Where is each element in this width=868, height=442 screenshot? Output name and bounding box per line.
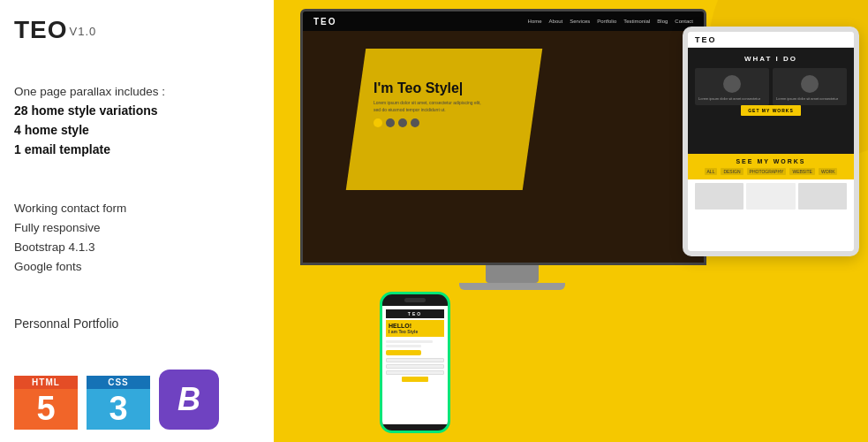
nav-testimonial: Testimonial bbox=[623, 19, 650, 24]
feature-1: Fully responsive bbox=[14, 218, 260, 238]
css3-badge: CSS 3 bbox=[87, 376, 150, 430]
html5-badge: HTML 5 bbox=[14, 376, 78, 430]
filter-design[interactable]: DESIGN bbox=[721, 168, 743, 175]
intro-text: One page parallax includes : bbox=[14, 85, 260, 98]
social-icon-1 bbox=[374, 118, 382, 127]
monitor-base bbox=[459, 283, 565, 290]
monitor-mockup: TEO Home About Services Portfolio Testim… bbox=[300, 9, 724, 290]
social-icon-4 bbox=[411, 118, 419, 127]
phone-field-1 bbox=[386, 358, 444, 362]
tablet-card-text-1: Lorem ipsum dolor sit amet consectetur bbox=[698, 96, 766, 102]
bootstrap-badge: B bbox=[159, 370, 219, 430]
filter-work[interactable]: WORK bbox=[819, 168, 838, 175]
nav-blog: Blog bbox=[657, 19, 668, 24]
social-icon-2 bbox=[386, 118, 395, 127]
hero-social-icons bbox=[374, 118, 488, 127]
phone-btn bbox=[386, 350, 421, 355]
tablet-cards: Lorem ipsum dolor sit amet consectetur L… bbox=[695, 68, 847, 105]
right-panel: TEO Home About Services Portfolio Testim… bbox=[274, 0, 868, 442]
phone-content bbox=[386, 339, 444, 384]
tablet-nav: TEO bbox=[688, 32, 854, 48]
phone-nav: TEO bbox=[386, 309, 444, 318]
hero-heading: I'm Teo Style| bbox=[374, 80, 488, 96]
highlight-0: 28 home style variations bbox=[14, 102, 260, 121]
phone-field-3 bbox=[386, 370, 444, 375]
left-panel: TEOV1.0 One page parallax includes : 28 … bbox=[0, 0, 274, 442]
category-label: Personnal Portfolio bbox=[14, 316, 260, 331]
hero-text-block: I'm Teo Style| Lorem ipsum dolor sit ame… bbox=[374, 80, 488, 127]
phone-field-2 bbox=[386, 364, 444, 369]
phone-frame: TEO HELLO! I am Teo Style bbox=[380, 292, 450, 433]
highlight-1: 4 home style bbox=[14, 121, 260, 141]
tablet-frame: TEO WHAT I DO Lorem ipsum dolor sit amet… bbox=[683, 27, 859, 256]
tablet-s2-title: SEE MY WORKS bbox=[695, 158, 847, 164]
highlights-list: 28 home style variations 4 home style 1 … bbox=[14, 102, 260, 159]
bootstrap-icon: B bbox=[177, 381, 200, 418]
phone-line-1 bbox=[386, 340, 433, 343]
monitor-stand bbox=[486, 265, 539, 283]
tablet-card-2: Lorem ipsum dolor sit amet consectetur bbox=[773, 68, 847, 105]
monitor-content: I'm Teo Style| Lorem ipsum dolor sit ame… bbox=[303, 31, 704, 263]
features-section: Working contact form Fully responsive Bo… bbox=[14, 199, 260, 278]
description-section: One page parallax includes : 28 home sty… bbox=[14, 85, 260, 159]
phone-hero: HELLO! I am Teo Style bbox=[386, 320, 444, 337]
nav-services: Services bbox=[570, 19, 590, 24]
nav-about: About bbox=[549, 19, 563, 24]
phone-submit bbox=[402, 377, 428, 382]
feature-0: Working contact form bbox=[14, 199, 260, 218]
site-navbar: TEO Home About Services Portfolio Testim… bbox=[303, 11, 704, 31]
phone-logo: TEO bbox=[408, 311, 422, 316]
html-label: HTML bbox=[14, 376, 78, 389]
version-label: V1.0 bbox=[70, 25, 97, 38]
highlight-2: 1 email template bbox=[14, 141, 260, 160]
nav-contact: Contact bbox=[675, 19, 693, 24]
title-text: TEO bbox=[14, 16, 68, 43]
phone-mockup: TEO HELLO! I am Teo Style bbox=[371, 292, 459, 433]
tablet-card-1: Lorem ipsum dolor sit amet consectetur bbox=[695, 68, 769, 105]
grid-item-3 bbox=[798, 183, 847, 210]
nav-home: Home bbox=[528, 19, 542, 24]
title-section: TEOV1.0 bbox=[14, 16, 260, 44]
tablet-get-works-btn[interactable]: GET MY WORKS bbox=[741, 105, 801, 116]
phone-line-2 bbox=[386, 345, 421, 347]
css-label: CSS bbox=[87, 376, 150, 389]
feature-3: Google fonts bbox=[14, 257, 260, 277]
feature-2: Bootstrap 4.1.3 bbox=[14, 238, 260, 257]
filter-website[interactable]: WEBSITE bbox=[789, 168, 815, 175]
phone-hello: HELLO! bbox=[389, 323, 442, 329]
tablet-portfolio-grid bbox=[688, 179, 854, 213]
social-icon-3 bbox=[398, 118, 407, 127]
tablet-avatar-1 bbox=[723, 75, 741, 93]
filter-photography[interactable]: PHOTOGRAPHY bbox=[747, 168, 787, 175]
grid-item-2 bbox=[746, 183, 795, 210]
nav-links: Home About Services Portfolio Testimonia… bbox=[528, 19, 693, 24]
tablet-see-my-works: SEE MY WORKS ALL DESIGN PHOTOGRAPHY WEBS… bbox=[688, 154, 854, 179]
grid-item-1 bbox=[695, 183, 743, 210]
tablet-section-title: WHAT I DO bbox=[695, 55, 847, 63]
css-number: 3 bbox=[87, 389, 150, 430]
tablet-card-text-2: Lorem ipsum dolor sit amet consectetur bbox=[776, 96, 843, 102]
phone-notch bbox=[404, 298, 426, 302]
tablet-what-i-do: WHAT I DO Lorem ipsum dolor sit amet con… bbox=[688, 48, 854, 154]
filter-all[interactable]: ALL bbox=[705, 168, 718, 175]
html-number: 5 bbox=[14, 389, 78, 430]
tablet-logo: TEO bbox=[695, 35, 717, 44]
tablet-mockup: TEO WHAT I DO Lorem ipsum dolor sit amet… bbox=[683, 27, 859, 256]
nav-portfolio: Portfolio bbox=[597, 19, 616, 24]
badges-row: HTML 5 CSS 3 B bbox=[14, 370, 260, 430]
phone-screen: TEO HELLO! I am Teo Style bbox=[382, 306, 448, 424]
app-title: TEOV1.0 bbox=[14, 16, 260, 44]
site-logo: TEO bbox=[313, 17, 337, 27]
tablet-avatar-2 bbox=[801, 75, 819, 93]
hero-subtext: Lorem ipsum dolor sit amet, consectetur … bbox=[374, 100, 488, 113]
tablet-filters: ALL DESIGN PHOTOGRAPHY WEBSITE WORK bbox=[695, 168, 847, 175]
phone-tagline: I am Teo Style bbox=[389, 329, 442, 334]
tablet-screen: TEO WHAT I DO Lorem ipsum dolor sit amet… bbox=[688, 32, 854, 251]
monitor-screen: TEO Home About Services Portfolio Testim… bbox=[300, 9, 706, 265]
